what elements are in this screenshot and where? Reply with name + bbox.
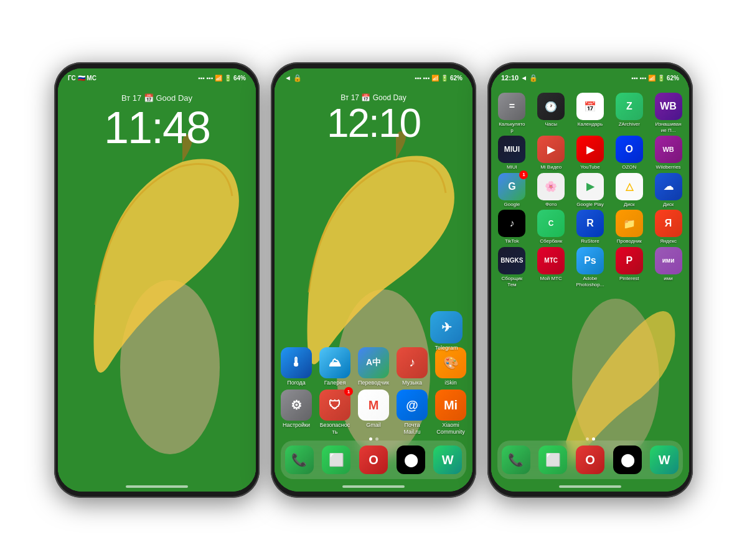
app-photoshop[interactable]: Ps Adobe Photoshop... [572,247,609,287]
rustore-icon[interactable]: R [576,210,604,237]
app-settings[interactable]: ⚙ Настройки [278,390,314,436]
mivideo-icon[interactable]: ▶ [537,136,565,163]
imi-icon[interactable]: ими [655,247,682,274]
miui-icon[interactable]: MIUI [498,136,525,163]
app-xiaomi[interactable]: Mi Xiaomi Community [433,390,469,436]
bngks-icon[interactable]: BNGKS [498,247,525,274]
home-indicator-3[interactable] [559,485,621,488]
phone-icon[interactable]: 📞 [285,446,314,474]
app-yandex[interactable]: Я Яндекс [650,210,687,245]
dock-camera[interactable]: ⬤ [397,446,425,474]
dock-square[interactable]: ⬜ [322,446,350,474]
yandex-icon[interactable]: Я [655,210,682,237]
photoshop-icon[interactable]: Ps [576,247,604,274]
gallery-label: Галерея [324,380,346,386]
gmail-icon[interactable]: M [358,390,389,421]
wb-icon[interactable]: WB [655,93,682,120]
dock-whatsapp[interactable]: W [433,446,462,474]
music-icon[interactable]: ♪ [397,347,428,378]
photos-icon[interactable]: 🌸 [537,173,565,200]
app-gplay[interactable]: ▶ Google Play [572,173,609,208]
gallery-icon[interactable]: ⛰ [319,347,350,378]
app-photos[interactable]: 🌸 Фото [533,173,570,208]
dock3-opera[interactable]: O [576,446,604,474]
dock3-square[interactable]: ⬜ [538,446,567,474]
clock-icon[interactable]: 🕐 [537,93,565,120]
app-calculator[interactable]: = Калькулятор [494,93,530,133]
files-label: Проводник [617,238,642,245]
dock3-camera[interactable]: ⬤ [613,446,642,474]
camera-icon[interactable]: ⬤ [397,446,425,474]
dock-phone[interactable]: 📞 [285,446,314,474]
disk-icon[interactable]: ☁ [655,173,682,200]
dock3-whatsapp[interactable]: W [650,446,679,474]
calculator-icon[interactable]: = [498,93,525,120]
sber-icon[interactable]: С [537,210,565,237]
app-files[interactable]: 📁 Проводник [611,210,647,245]
dock3-phone-icon[interactable]: 📞 [502,446,530,474]
app-mts[interactable]: МТС Мой МТС [533,247,570,287]
dock3-whatsapp-icon[interactable]: W [650,446,679,474]
weather-icon[interactable]: 🌡 [281,347,312,378]
pinterest-icon[interactable]: P [616,247,643,274]
gdrive-icon[interactable]: △ [616,173,643,200]
skin-icon[interactable]: 🎨 [435,347,466,378]
app-mail[interactable]: @ Почта Mail.ru [394,390,430,436]
whatsapp-icon[interactable]: W [433,446,462,474]
telegram-icon[interactable]: ✈ [430,311,463,343]
calendar-label: Календарь [578,121,603,128]
app-gmail[interactable]: M Gmail [355,390,392,436]
ozon-icon[interactable]: O [616,136,643,163]
youtube-icon[interactable]: ▶ [576,136,604,163]
mts-icon[interactable]: МТС [537,247,565,274]
app-weather[interactable]: 🌡 Погода [278,347,314,386]
translator-icon[interactable]: A中 [358,347,389,378]
square-icon[interactable]: ⬜ [322,446,350,474]
app-google[interactable]: G 1 Google [494,173,530,208]
app-gallery[interactable]: ⛰ Галерея [317,347,353,386]
mail-icon[interactable]: @ [397,390,428,421]
app-miui[interactable]: MIUI MIUI [494,136,530,170]
xiaomi-icon[interactable]: Mi [435,390,466,421]
dock3-opera-icon[interactable]: O [576,446,604,474]
wildberries-icon[interactable]: WB [655,136,682,163]
app-calendar[interactable]: 📅 Календарь [572,93,609,133]
app-clock[interactable]: 🕐 Часы [533,93,570,133]
app-youtube[interactable]: ▶ YouTube [572,136,609,170]
app-pinterest[interactable]: P Pinterest [611,247,647,287]
app-gdrive[interactable]: △ Диск [611,173,647,208]
gplay-icon[interactable]: ▶ [576,173,604,200]
app-imi[interactable]: ими ими [650,247,687,287]
telegram-label: Telegram [435,345,458,352]
tiktok-icon[interactable]: ♪ [498,210,525,237]
google-icon[interactable]: G 1 [498,173,525,200]
app-wildberries[interactable]: WB Wildberries [650,136,687,170]
home-indicator-1[interactable] [126,485,188,488]
app-translator[interactable]: A中 Переводчик [355,347,392,386]
app-tiktok[interactable]: ♪ TikTok [494,210,530,245]
settings-label: Настройки [283,422,310,429]
app-bngks[interactable]: BNGKS Сборщик Тем [494,247,530,287]
telegram-float[interactable]: ✈ Telegram [430,311,463,352]
app-disk[interactable]: ☁ Диск [650,173,687,208]
dock3-square-icon[interactable]: ⬜ [538,446,567,474]
home-indicator-2[interactable] [342,485,405,488]
dock3-phone[interactable]: 📞 [502,446,530,474]
app-rustore[interactable]: R RuStore [572,210,609,245]
security-icon[interactable]: 🛡 1 [319,390,350,421]
calendar-icon[interactable]: 📅 [576,93,604,120]
dock3-camera-icon[interactable]: ⬤ [613,446,642,474]
app-ozon[interactable]: O OZON [611,136,647,170]
app-skin[interactable]: 🎨 iSkin [433,347,469,386]
app-wb[interactable]: WB Изнашивание П... [650,93,687,133]
opera-icon[interactable]: O [359,446,388,474]
app-music[interactable]: ♪ Музыка [394,347,430,386]
dock-opera[interactable]: O [359,446,388,474]
app-mivideo[interactable]: ▶ Mi Видео [533,136,570,170]
files-icon[interactable]: 📁 [616,210,643,237]
app-security[interactable]: 🛡 1 Безопасность [317,390,353,436]
settings-icon[interactable]: ⚙ [281,390,312,421]
zarchiver-icon[interactable]: Z [616,93,643,120]
app-zarchiver[interactable]: Z ZArchiver [611,93,647,133]
app-sber[interactable]: С Сбербанк [533,210,570,245]
